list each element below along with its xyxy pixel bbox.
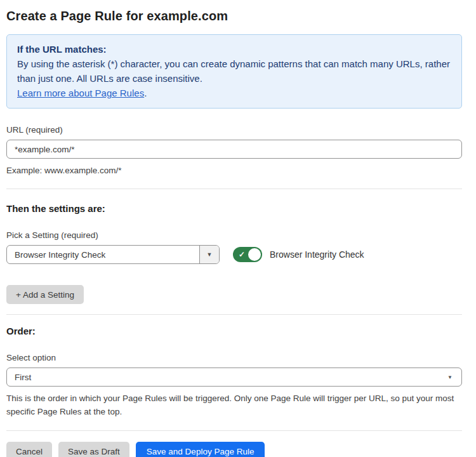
save-and-deploy-button[interactable]: Save and Deploy Page Rule <box>136 442 265 457</box>
info-box-link-line: Learn more about Page Rules. <box>17 86 451 100</box>
pick-setting-label: Pick a Setting (required) <box>6 230 462 240</box>
setting-dropdown[interactable]: Browser Integrity Check ▼ <box>6 245 220 264</box>
order-helper-text: This is the order in which your Page Rul… <box>6 392 462 418</box>
url-input[interactable] <box>6 140 462 159</box>
section-divider <box>6 314 462 315</box>
section-divider <box>6 430 462 431</box>
order-dropdown[interactable]: First ▼ <box>6 368 462 387</box>
check-icon: ✓ <box>239 251 245 258</box>
cancel-button[interactable]: Cancel <box>6 442 52 457</box>
caret-down-icon: ▼ <box>447 374 453 380</box>
section-divider <box>6 189 462 189</box>
order-select-label: Select option <box>6 353 462 362</box>
order-section-heading: Order: <box>6 326 462 336</box>
setting-row: Browser Integrity Check ▼ ✓ Browser Inte… <box>6 245 462 264</box>
caret-down-icon[interactable]: ▼ <box>199 246 219 263</box>
learn-more-link[interactable]: Learn more about Page Rules <box>17 88 144 98</box>
info-box-body: By using the asterisk (*) character, you… <box>17 56 451 86</box>
link-suffix: . <box>144 88 147 98</box>
page-title: Create a Page Rule for example.com <box>6 9 462 23</box>
info-box-heading: If the URL matches: <box>17 42 451 56</box>
page-rule-form: Create a Page Rule for example.com If th… <box>6 9 462 457</box>
settings-section-heading: Then the settings are: <box>6 203 462 214</box>
url-example-helper: Example: www.example.com/* <box>6 164 462 177</box>
save-as-draft-button[interactable]: Save as Draft <box>58 442 129 457</box>
url-match-info-box: If the URL matches: By using the asteris… <box>6 34 462 109</box>
setting-toggle-on[interactable]: ✓ <box>233 247 262 262</box>
order-dropdown-value: First <box>15 373 31 382</box>
setting-toggle-label: Browser Integrity Check <box>270 249 364 260</box>
setting-dropdown-value: Browser Integrity Check <box>7 246 199 263</box>
toggle-knob <box>248 248 261 261</box>
footer-button-row: Cancel Save as Draft Save and Deploy Pag… <box>6 442 462 457</box>
url-field-label: URL (required) <box>6 125 462 135</box>
add-setting-button[interactable]: + Add a Setting <box>6 285 84 304</box>
